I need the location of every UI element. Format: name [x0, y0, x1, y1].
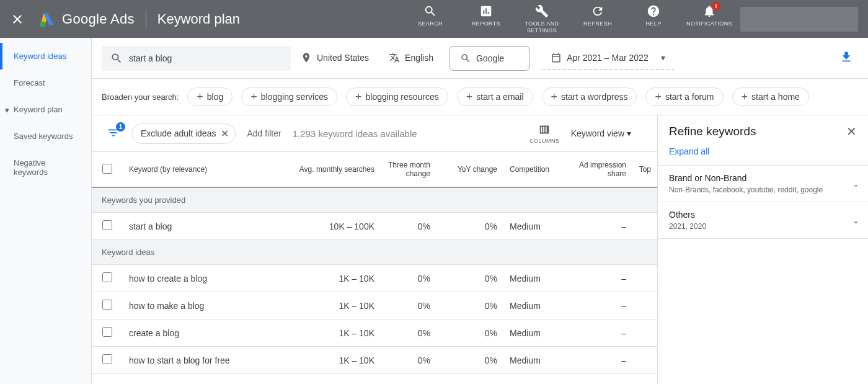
reports-tool[interactable]: REPORTS [467, 4, 505, 27]
wrench-icon [535, 4, 549, 18]
account-selector[interactable] [740, 7, 858, 32]
google-ads-icon [38, 11, 56, 28]
download-icon [839, 50, 853, 64]
keyword-search-box[interactable] [102, 46, 291, 71]
refresh-icon [591, 4, 604, 18]
table-row[interactable]: create a blog 1K – 10K 0% 0% Medium – [92, 319, 657, 347]
chevron-down-icon: ▾ [661, 53, 665, 63]
header-tools: SEARCH REPORTS TOOLS AND SETTINGS REFRES… [412, 4, 728, 34]
page-title: Keyword plan [157, 11, 240, 27]
ideas-count-label: 1,293 keyword ideas available [293, 128, 417, 139]
filter-bar: United States English Google Apr 2021 – … [92, 38, 868, 79]
col-avg-searches[interactable]: Avg. monthly searches [268, 152, 381, 187]
exclude-adult-chip[interactable]: Exclude adult ideas ✕ [131, 123, 236, 144]
location-dropdown[interactable]: United States [291, 46, 379, 70]
broaden-chip[interactable]: +start a wordpress [542, 87, 637, 106]
search-tool[interactable]: SEARCH [412, 4, 449, 27]
plus-icon: + [197, 92, 203, 101]
plus-icon: + [250, 92, 257, 101]
broaden-chip[interactable]: +start a forum [645, 87, 723, 106]
table-row[interactable]: how to start a blog for free 1K – 10K 0%… [92, 347, 657, 374]
language-dropdown[interactable]: English [379, 46, 443, 70]
close-icon [10, 12, 25, 27]
refine-title: Refine keywords [669, 125, 756, 138]
plus-icon: + [466, 92, 473, 101]
location-icon [301, 52, 312, 63]
table-toolbar: 1 Exclude adult ideas ✕ Add filter 1,293… [92, 115, 657, 151]
product-logo[interactable]: Google Ads [38, 11, 135, 28]
remove-chip-icon[interactable]: ✕ [221, 128, 229, 140]
table-row[interactable]: how to make a blog 1K – 10K 0% 0% Medium… [92, 292, 657, 319]
plus-icon: + [655, 92, 662, 101]
expand-all-link[interactable]: Expand all [658, 145, 868, 166]
row-checkbox[interactable] [102, 300, 112, 310]
broaden-chip[interactable]: +start a home [732, 87, 809, 106]
section-provided: Keywords you provided [92, 187, 657, 213]
table-row[interactable]: start a blog 10K – 100K 0% 0% Medium – [92, 213, 657, 240]
sidebar-item-keyword-plan[interactable]: ▾ Keyword plan [0, 96, 91, 123]
search-icon [110, 52, 123, 65]
chevron-down-icon: ⌄ [852, 179, 859, 189]
translate-icon [389, 52, 400, 63]
refresh-tool[interactable]: REFRESH [579, 4, 616, 27]
col-three-month[interactable]: Three month change [381, 152, 436, 187]
sidebar-item-negative-keywords[interactable]: Negative keywords [0, 150, 91, 185]
col-impression-share[interactable]: Ad impression share [570, 152, 632, 187]
view-dropdown[interactable]: Keyword view ▾ [571, 128, 631, 138]
tools-settings-tool[interactable]: TOOLS AND SETTINGS [523, 4, 560, 34]
broaden-label: Broaden your search: [102, 92, 179, 102]
columns-icon [538, 123, 551, 136]
network-icon [460, 53, 471, 64]
sidebar-item-forecast[interactable]: Forecast [0, 69, 91, 96]
chevron-down-icon: ⌄ [852, 216, 859, 225]
add-filter-button[interactable]: Add filter [247, 128, 281, 138]
svg-point-0 [40, 21, 45, 27]
keyword-table: Keyword (by relevance) Avg. monthly sear… [92, 151, 657, 384]
help-tool[interactable]: HELP [635, 4, 672, 27]
plus-icon: + [551, 92, 558, 101]
broaden-chip[interactable]: +blog [187, 87, 232, 106]
columns-button[interactable]: COLUMNS [529, 123, 560, 144]
col-competition[interactable]: Competition [503, 152, 570, 187]
download-button[interactable] [835, 45, 858, 71]
row-checkbox[interactable] [102, 220, 112, 230]
help-icon [647, 4, 660, 18]
row-checkbox[interactable] [102, 272, 112, 282]
filter-button[interactable]: 1 [107, 126, 120, 141]
broaden-chip[interactable]: +start a email [457, 87, 533, 106]
section-ideas: Keyword ideas [92, 240, 657, 265]
close-button[interactable] [10, 12, 25, 27]
sidebar-item-keyword-ideas[interactable]: Keyword ideas [0, 43, 91, 69]
sidebar-item-saved-keywords[interactable]: Saved keywords [0, 123, 91, 150]
row-checkbox[interactable] [102, 327, 112, 337]
chevron-down-icon: ▾ [627, 128, 631, 138]
notification-badge: ! [712, 2, 720, 11]
main-content: United States English Google Apr 2021 – … [92, 38, 868, 384]
table-header-row: Keyword (by relevance) Avg. monthly sear… [92, 152, 657, 187]
refine-item-brand[interactable]: Brand or Non-Brand Non-Brands, facebook,… [658, 166, 868, 202]
plus-icon: + [742, 92, 748, 101]
table-row[interactable]: how to create a blog 1K – 10K 0% 0% Medi… [92, 265, 657, 292]
app-header: Google Ads Keyword plan SEARCH REPORTS T… [0, 0, 868, 38]
col-yoy[interactable]: YoY change [436, 152, 503, 187]
reports-icon [479, 4, 493, 18]
search-icon [423, 4, 437, 18]
row-checkbox[interactable] [102, 354, 112, 364]
close-refine-button[interactable]: ✕ [846, 124, 857, 139]
col-keyword[interactable]: Keyword (by relevance) [123, 152, 268, 187]
refine-panel: Refine keywords ✕ Expand all Brand or No… [657, 115, 868, 384]
plus-icon: + [355, 92, 362, 101]
broaden-chip[interactable]: +blogging resources [346, 87, 448, 106]
col-top[interactable]: Top [632, 152, 657, 187]
keyword-search-input[interactable] [129, 53, 282, 63]
divider [146, 10, 146, 29]
calendar-icon [551, 52, 562, 63]
refine-item-others[interactable]: Others 2021, 2020 ⌄ [658, 202, 868, 239]
date-range-dropdown[interactable]: Apr 2021 – Mar 2022 ▾ [541, 46, 675, 70]
notifications-tool[interactable]: ! NOTIFICATIONS [691, 4, 728, 27]
network-dropdown[interactable]: Google [450, 46, 529, 71]
caret-down-icon: ▾ [5, 105, 9, 114]
select-all-checkbox[interactable] [102, 164, 112, 174]
product-name: Google Ads [62, 11, 135, 27]
broaden-chip[interactable]: +blogging services [241, 87, 337, 106]
